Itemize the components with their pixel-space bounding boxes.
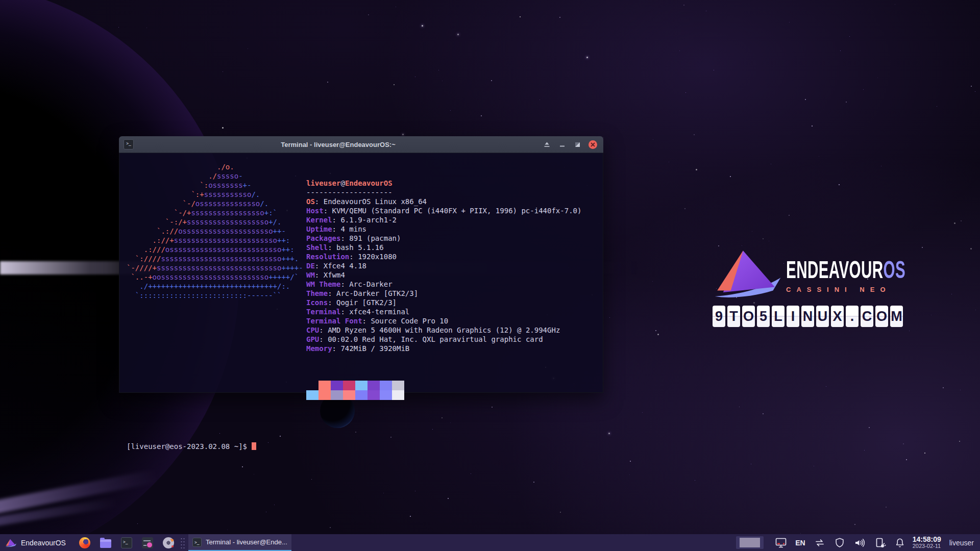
text-cursor	[252, 442, 256, 450]
terminal-content[interactable]: ./o. ./sssso- `:osssssss+- `:+ssssssssss…	[119, 153, 603, 393]
taskbar: EndeavourOS >_ >_ Terminal - liveuser@En…	[0, 534, 980, 551]
terminal-titlebar[interactable]: >_ Terminal - liveuser@EndeavourOS:~	[119, 136, 603, 153]
settings-icon[interactable]	[142, 537, 153, 548]
terminal-icon[interactable]: >_	[121, 537, 132, 548]
cassini-neo-label: CASSINI NEO	[786, 286, 936, 293]
window-title: Terminal - liveuser@EndeavourOS:~	[134, 141, 543, 148]
clock-time: 14:58:09	[913, 536, 941, 543]
terminal-window: >_ Terminal - liveuser@EndeavourOS:~	[119, 136, 603, 393]
wallpaper-branding: ENDEAVOUROS CASSINI NEO 9TO5LINUX.COM	[713, 247, 917, 327]
neofetch-info: liveuser@EndeavourOS--------------------…	[306, 160, 581, 418]
minimize-button[interactable]	[558, 140, 566, 148]
terminal-app-icon: >_	[124, 139, 134, 149]
neofetch-ascii-logo: ./o. ./sssso- `:osssssss+- `:+ssssssssss…	[127, 160, 306, 418]
task-button-label: Terminal - liveuser@Ende...	[206, 538, 287, 546]
clock-date: 2023-02-11	[913, 543, 941, 549]
swap-arrows-icon[interactable]	[814, 537, 826, 549]
maximize-button[interactable]	[573, 140, 581, 148]
shade-button[interactable]	[543, 140, 551, 148]
desktop: ENDEAVOUROS CASSINI NEO 9TO5LINUX.COM >_…	[0, 0, 980, 551]
volume-icon[interactable]	[853, 537, 866, 549]
power-plug-icon[interactable]	[874, 537, 886, 549]
shield-icon[interactable]	[834, 537, 845, 549]
workspace-switcher[interactable]	[736, 536, 764, 549]
menu-label: EndeavourOS	[21, 539, 66, 547]
terminal-icon: >_	[192, 538, 202, 547]
user-button[interactable]: liveuser	[949, 539, 974, 547]
applications-menu-button[interactable]: EndeavourOS	[0, 534, 72, 551]
terminal-color-palette	[306, 381, 581, 400]
close-button[interactable]	[589, 140, 597, 149]
endeavouros-menu-icon	[5, 538, 17, 548]
firefox-icon[interactable]	[79, 537, 90, 548]
panel-separator-handle	[180, 537, 185, 548]
endeavouros-logo-icon	[713, 247, 783, 299]
clock[interactable]: 14:58:09 2023-02-11	[913, 536, 941, 549]
task-button-terminal[interactable]: >_ Terminal - liveuser@Ende...	[188, 534, 291, 551]
bell-icon[interactable]	[894, 537, 905, 549]
keyboard-layout-indicator[interactable]: EN	[795, 539, 805, 547]
shell-prompt: [liveuser@eos-2023.02.08 ~]$	[127, 442, 603, 451]
file-manager-icon[interactable]	[100, 539, 111, 548]
endeavouros-wordmark: ENDEAVOUROS	[786, 256, 905, 284]
installer-disc-icon[interactable]	[163, 537, 174, 548]
display-icon[interactable]	[775, 537, 787, 549]
9to5linux-watermark: 9TO5LINUX.COM	[713, 306, 917, 327]
workspace-1[interactable]	[740, 538, 760, 547]
